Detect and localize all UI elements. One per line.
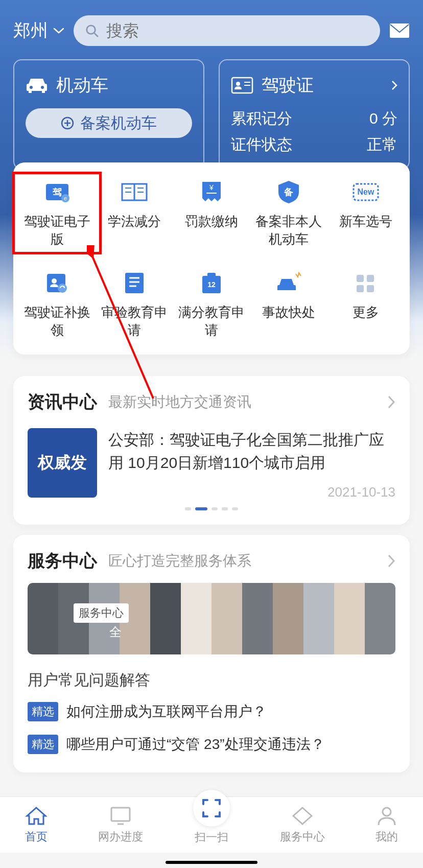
nav-mine[interactable]: 我的 — [375, 806, 398, 844]
service-item-3[interactable]: 备备案非本人机动车 — [250, 178, 327, 248]
faq-tag: 精选 — [28, 735, 58, 754]
svg-point-42 — [383, 808, 391, 816]
service-item-5[interactable]: 驾驶证补换领 — [18, 269, 96, 339]
service-item-4[interactable]: New新车选号 — [327, 178, 405, 248]
nav-home-label: 首页 — [25, 829, 48, 844]
service-item-1[interactable]: 学法减分 — [96, 178, 173, 248]
service-label: 更多 — [353, 303, 379, 321]
banner-text: 全 — [109, 624, 122, 640]
service-icon: ¥ — [195, 178, 228, 205]
service-icon: New — [349, 178, 382, 205]
status-label: 证件状态 — [231, 134, 292, 155]
diamond-icon — [291, 806, 314, 826]
service-icon: 12 — [195, 269, 228, 296]
service-item-8[interactable]: 事故快处 — [250, 269, 327, 339]
faq-text: 如何注册成为互联网平台用户？ — [66, 702, 267, 721]
service-item-9[interactable]: 更多 — [327, 269, 405, 339]
nav-progress-label: 网办进度 — [98, 829, 143, 844]
service-label: 备案非本人机动车 — [255, 213, 322, 248]
news-header[interactable]: 资讯中心 最新实时地方交通资讯 — [28, 390, 395, 414]
nav-service[interactable]: 服务中心 — [280, 806, 325, 844]
service-center-title: 服务中心 — [28, 549, 97, 573]
home-icon — [25, 806, 48, 826]
chevron-down-icon — [53, 28, 64, 34]
service-item-2[interactable]: ¥罚款缴纳 — [173, 178, 250, 248]
license-card[interactable]: 驾驶证 累积记分 0 分 证件状态 正常 — [219, 59, 410, 170]
home-indicator — [166, 861, 257, 864]
id-card-icon — [231, 77, 253, 94]
svg-point-27 — [58, 284, 67, 293]
register-vehicle-button[interactable]: 备案机动车 — [26, 108, 192, 138]
search-box[interactable] — [74, 15, 380, 46]
svg-rect-38 — [367, 285, 374, 292]
plus-circle-icon — [61, 116, 74, 130]
carousel-dots[interactable] — [28, 507, 395, 510]
service-icon — [118, 269, 151, 296]
service-icon — [272, 269, 305, 296]
nav-progress[interactable]: 网办进度 — [98, 806, 143, 844]
faq-item-0[interactable]: 精选如何注册成为互联网平台用户？ — [28, 702, 395, 721]
svg-text:备: 备 — [284, 187, 293, 197]
chevron-right-icon — [387, 395, 395, 409]
news-headline: 公安部：驾驶证电子化全国第二批推广应用 10月20日新增110个城市启用 — [108, 428, 395, 474]
news-item[interactable]: 权威发 公安部：驾驶证电子化全国第二批推广应用 10月20日新增110个城市启用… — [28, 428, 395, 500]
service-label: 罚款缴纳 — [185, 213, 238, 230]
service-icon — [118, 178, 151, 205]
vehicle-card-title: 机动车 — [56, 74, 108, 97]
svg-rect-37 — [357, 285, 364, 292]
search-icon — [85, 23, 99, 38]
search-input[interactable] — [106, 21, 369, 40]
faq-title: 用户常见问题解答 — [28, 670, 395, 691]
service-label: 新车选号 — [339, 213, 392, 230]
faq-tag: 精选 — [28, 702, 58, 721]
svg-point-4 — [41, 86, 44, 89]
service-label: 审验教育申请 — [101, 303, 168, 339]
nav-scan[interactable]: 扫一扫 — [193, 805, 230, 845]
svg-text:12: 12 — [207, 280, 216, 289]
license-card-title: 驾驶证 — [262, 74, 314, 97]
location-selector[interactable]: 郑州 — [13, 19, 64, 42]
service-item-6[interactable]: 审验教育申请 — [96, 269, 173, 339]
service-icon: 备 — [272, 178, 305, 205]
service-banner[interactable]: 服务中心 全 — [28, 583, 395, 654]
car-icon — [26, 77, 48, 94]
news-section: 资讯中心 最新实时地方交通资讯 权威发 公安部：驾驶证电子化全国第二批推广应用 … — [13, 376, 410, 525]
service-center-header[interactable]: 服务中心 匠心打造完整服务体系 — [28, 549, 395, 573]
register-vehicle-label: 备案机动车 — [80, 113, 157, 134]
service-center-section: 服务中心 匠心打造完整服务体系 服务中心 全 用户常见问题解答 精选如何注册成为… — [13, 535, 410, 772]
mail-icon[interactable] — [389, 23, 410, 38]
svg-line-1 — [95, 33, 98, 36]
svg-text:New: New — [358, 187, 374, 196]
service-label: 学法减分 — [108, 213, 161, 230]
service-label: 事故快处 — [262, 303, 315, 321]
faq-text: 哪些用户可通过“交管 23”处理交通违法？ — [66, 735, 325, 754]
service-item-0[interactable]: 驾e驾驶证电子版 — [18, 178, 96, 248]
svg-rect-2 — [390, 24, 409, 38]
banner-tag: 服务中心 — [74, 603, 129, 623]
monitor-icon — [109, 806, 132, 826]
nav-service-label: 服务中心 — [280, 829, 325, 844]
news-title: 资讯中心 — [28, 390, 97, 414]
news-subtitle: 最新实时地方交通资讯 — [108, 392, 251, 412]
svg-rect-33 — [207, 273, 216, 278]
news-date: 2021-10-13 — [108, 484, 395, 500]
svg-rect-28 — [125, 273, 144, 293]
service-item-7[interactable]: 12满分教育申请 — [173, 269, 250, 339]
svg-point-3 — [30, 86, 33, 89]
chevron-right-icon — [391, 80, 397, 90]
svg-text:¥: ¥ — [209, 183, 214, 192]
points-value: 0 分 — [369, 108, 397, 129]
faq-item-1[interactable]: 精选哪些用户可通过“交管 23”处理交通违法？ — [28, 735, 395, 754]
vehicle-card[interactable]: 机动车 备案机动车 — [13, 59, 204, 170]
news-thumbnail: 权威发 — [28, 428, 97, 498]
svg-point-26 — [52, 278, 57, 284]
service-label: 驾驶证补换领 — [24, 303, 90, 339]
status-value: 正常 — [367, 134, 397, 155]
svg-rect-35 — [357, 275, 364, 282]
nav-home[interactable]: 首页 — [25, 806, 48, 844]
scan-icon — [200, 797, 223, 819]
nav-scan-label: 扫一扫 — [195, 830, 228, 845]
service-grid-card: 驾e驾驶证电子版学法减分¥罚款缴纳备备案非本人机动车New新车选号驾驶证补换领审… — [13, 162, 410, 355]
service-icon — [41, 269, 74, 296]
svg-point-9 — [236, 82, 240, 86]
